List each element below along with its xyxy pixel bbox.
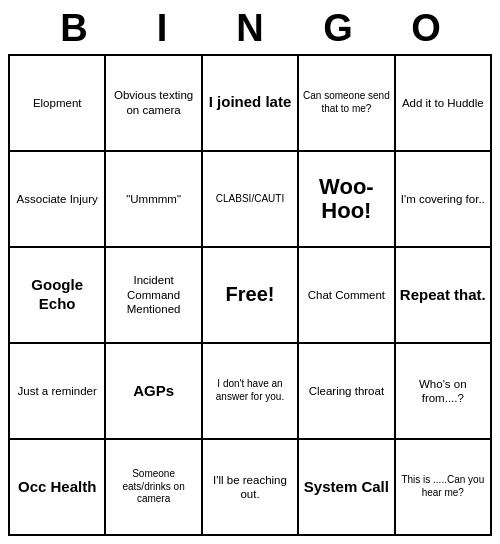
bingo-cell-14: Repeat that.: [396, 248, 492, 344]
bingo-cell-10: Google Echo: [10, 248, 106, 344]
bingo-cell-12: Free!: [203, 248, 299, 344]
bingo-cell-11: Incident Command Mentioned: [106, 248, 202, 344]
bingo-cell-23: System Call: [299, 440, 395, 536]
bingo-cell-4: Add it to Huddle: [396, 56, 492, 152]
bingo-grid: ElopmentObvious texting on cameraI joine…: [8, 54, 492, 536]
bingo-cell-13: Chat Comment: [299, 248, 395, 344]
bingo-cell-18: Clearing throat: [299, 344, 395, 440]
bingo-cell-9: I'm covering for..: [396, 152, 492, 248]
bingo-letter-o: O: [382, 8, 470, 50]
bingo-cell-19: Who's on from....?: [396, 344, 492, 440]
bingo-cell-8: Woo-Hoo!: [299, 152, 395, 248]
bingo-letter-n: N: [206, 8, 294, 50]
bingo-cell-3: Can someone send that to me?: [299, 56, 395, 152]
bingo-cell-20: Occ Health: [10, 440, 106, 536]
bingo-cell-15: Just a reminder: [10, 344, 106, 440]
bingo-cell-1: Obvious texting on camera: [106, 56, 202, 152]
bingo-letter-g: G: [294, 8, 382, 50]
bingo-cell-5: Associate Injury: [10, 152, 106, 248]
bingo-cell-22: I'll be reaching out.: [203, 440, 299, 536]
bingo-letter-b: B: [30, 8, 118, 50]
bingo-cell-16: AGPs: [106, 344, 202, 440]
bingo-title: BINGO: [30, 8, 470, 50]
bingo-cell-6: "Ummmm": [106, 152, 202, 248]
bingo-cell-2: I joined late: [203, 56, 299, 152]
bingo-cell-7: CLABSI/CAUTI: [203, 152, 299, 248]
bingo-cell-24: This is .....Can you hear me?: [396, 440, 492, 536]
bingo-cell-0: Elopment: [10, 56, 106, 152]
bingo-letter-i: I: [118, 8, 206, 50]
bingo-cell-17: I don't have an answer for you.: [203, 344, 299, 440]
bingo-cell-21: Someone eats/drinks on camera: [106, 440, 202, 536]
